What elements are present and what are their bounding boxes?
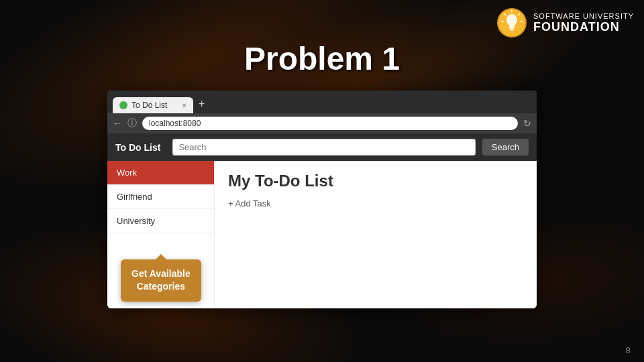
main-content: Problem 1 To Do List × + ← ⓘ ↻ To Do bbox=[0, 0, 644, 308]
search-input[interactable] bbox=[172, 139, 475, 156]
logo-text-bottom: FOUNDATION bbox=[533, 20, 620, 34]
browser-address-bar: ← ⓘ ↻ bbox=[107, 113, 537, 133]
browser-refresh-icon[interactable]: ↻ bbox=[523, 118, 531, 129]
app-navbar: To Do List Search bbox=[107, 133, 537, 161]
browser-window: To Do List × + ← ⓘ ↻ To Do List Search bbox=[107, 90, 537, 308]
svg-point-2 bbox=[506, 14, 517, 26]
sidebar-item-girlfriend[interactable]: Girlfriend bbox=[107, 185, 214, 209]
address-bar-input[interactable] bbox=[142, 117, 518, 130]
browser-tabs: To Do List × + bbox=[107, 90, 537, 113]
app-body: Work Girlfriend University Get Available… bbox=[107, 161, 537, 308]
app-main-title: My To-Do List bbox=[228, 172, 523, 190]
svg-rect-3 bbox=[509, 25, 515, 29]
add-task-button[interactable]: + Add Task bbox=[228, 198, 523, 208]
callout-line1: Get Available bbox=[131, 268, 191, 279]
browser-back-button[interactable]: ← bbox=[113, 118, 122, 129]
app-brand: To Do List bbox=[115, 142, 160, 153]
tab-favicon bbox=[119, 101, 127, 109]
sidebar-item-work[interactable]: Work bbox=[107, 161, 214, 185]
browser-info-button[interactable]: ⓘ bbox=[127, 117, 137, 129]
svg-rect-4 bbox=[510, 29, 514, 31]
callout-line2: Categories bbox=[137, 281, 185, 292]
app-sidebar: Work Girlfriend University Get Available… bbox=[107, 161, 215, 308]
logo-text-block: SOFTWARE UNIVERSITY FOUNDATION bbox=[533, 12, 634, 34]
tab-title: To Do List bbox=[131, 101, 167, 110]
callout-get-categories: Get Available Categories bbox=[121, 259, 201, 302]
app-main: My To-Do List + Add Task bbox=[215, 161, 537, 308]
sidebar-item-university[interactable]: University bbox=[107, 209, 214, 233]
logo-icon bbox=[496, 7, 528, 39]
search-button[interactable]: Search bbox=[482, 139, 529, 156]
slide-title: Problem 1 bbox=[244, 40, 400, 77]
browser-chrome: To Do List × + ← ⓘ ↻ bbox=[107, 90, 537, 133]
browser-tab-active[interactable]: To Do List × bbox=[113, 97, 193, 113]
logo-text-top: SOFTWARE UNIVERSITY bbox=[533, 12, 634, 20]
page-number: 8 bbox=[626, 345, 631, 355]
tab-new-button[interactable]: + bbox=[193, 95, 210, 113]
logo-area: SOFTWARE UNIVERSITY FOUNDATION bbox=[496, 7, 634, 39]
tab-close-button[interactable]: × bbox=[182, 101, 186, 109]
